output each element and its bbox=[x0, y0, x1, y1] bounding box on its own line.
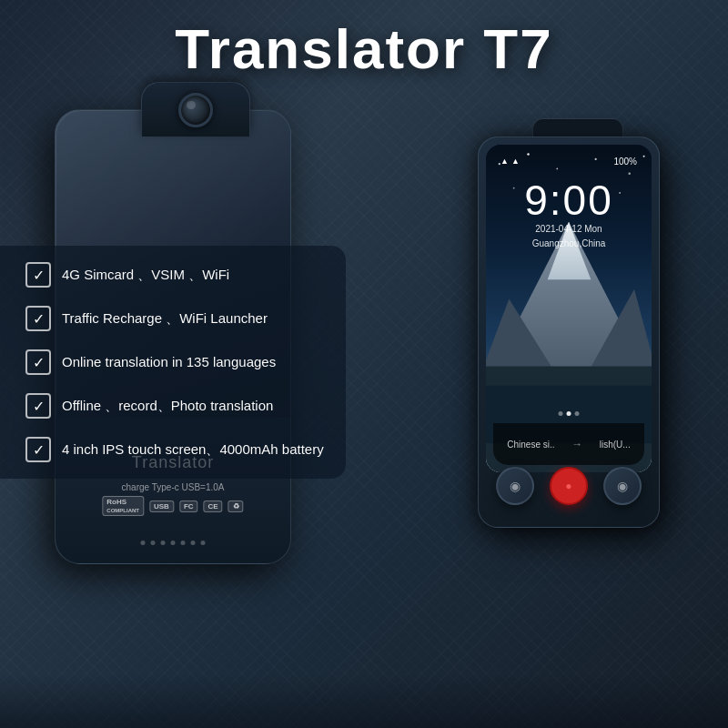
camera-button-icon: ◉ bbox=[510, 479, 521, 493]
time-display: 9:00 2021-04-12 Mon Guangzhou,China bbox=[486, 179, 652, 250]
device-buttons: ◉ ● ◉ bbox=[479, 445, 659, 527]
speaker-dot bbox=[191, 541, 196, 545]
device-screen[interactable]: ▲ ▲ 100% 9:00 2021-04-12 Mon Guangzhou,C… bbox=[486, 145, 652, 472]
battery-status: 100% bbox=[613, 157, 637, 167]
speaker-dot bbox=[171, 541, 176, 545]
feature-item: ✓ 4 inch IPS touch screen、4000mAh batter… bbox=[25, 437, 324, 462]
signal-icon: ▲ bbox=[511, 157, 520, 166]
date-line2: Guangzhou,China bbox=[486, 238, 652, 250]
feature-item: ✓ Online translation in 135 languages bbox=[25, 349, 324, 375]
feature-item: ✓ Traffic Recharge 、WiFi Launcher bbox=[25, 306, 324, 331]
page-title: Translator T7 bbox=[0, 16, 728, 81]
bottom-overlay bbox=[0, 673, 728, 728]
record-button-icon: ● bbox=[565, 480, 571, 492]
speaker-dot bbox=[181, 541, 186, 545]
speaker-dot bbox=[161, 541, 166, 545]
speaker-dot bbox=[201, 541, 206, 545]
dot-1 bbox=[559, 411, 563, 416]
feature-text-3: Online translation in 135 languages bbox=[62, 353, 276, 371]
dot-2 bbox=[567, 411, 571, 416]
device-front-body: ▲ ▲ 100% 9:00 2021-04-12 Mon Guangzhou,C… bbox=[478, 136, 660, 528]
status-left: ▲ ▲ bbox=[500, 157, 520, 166]
feature-item: ✓ 4G Simcard 、VSIM 、WiFi bbox=[25, 262, 324, 288]
record-button[interactable]: ● bbox=[550, 467, 588, 505]
check-icon-1: ✓ bbox=[25, 262, 51, 288]
charge-info: charge Type-c USB=1.0A bbox=[122, 482, 225, 492]
screen-dots bbox=[559, 411, 580, 416]
cert-recycling: ♻ bbox=[228, 500, 244, 512]
feature-text-1: 4G Simcard 、VSIM 、WiFi bbox=[62, 266, 229, 284]
cert-fc: FC bbox=[179, 500, 198, 512]
cert-usb: USB bbox=[149, 500, 174, 512]
cert-badges: RoHSCOMPLIANT USB FC CE ♻ bbox=[102, 496, 243, 516]
page-background: Translator T7 Translator charge Type-c U… bbox=[0, 0, 728, 728]
features-panel: ✓ 4G Simcard 、VSIM 、WiFi ✓ Traffic Recha… bbox=[0, 246, 346, 479]
speaker-dots bbox=[141, 541, 206, 545]
dot-3 bbox=[575, 411, 580, 416]
svg-point-11 bbox=[628, 172, 631, 175]
camera-bump bbox=[141, 82, 250, 136]
check-icon-5: ✓ bbox=[25, 437, 51, 462]
check-icon-3: ✓ bbox=[25, 349, 51, 375]
cert-rohs: RoHSCOMPLIANT bbox=[102, 496, 144, 516]
check-icon-4: ✓ bbox=[25, 393, 51, 419]
date-line1: 2021-04-12 Mon bbox=[486, 223, 652, 236]
status-bar: ▲ ▲ 100% bbox=[493, 152, 644, 170]
speaker-dot bbox=[141, 541, 146, 545]
feature-text-5: 4 inch IPS touch screen、4000mAh battery bbox=[62, 440, 324, 459]
wifi-icon: ▲ bbox=[500, 157, 509, 166]
feature-text-2: Traffic Recharge 、WiFi Launcher bbox=[62, 309, 268, 328]
mic-button-icon: ◉ bbox=[617, 479, 628, 493]
check-icon-2: ✓ bbox=[25, 306, 51, 331]
feature-text-4: Offline 、record、Photo translation bbox=[62, 397, 273, 415]
speaker-dot bbox=[151, 541, 156, 545]
time-label: 9:00 bbox=[486, 179, 652, 221]
camera-lens bbox=[178, 93, 213, 127]
camera-button[interactable]: ◉ bbox=[496, 467, 534, 505]
feature-item: ✓ Offline 、record、Photo translation bbox=[25, 393, 324, 419]
device-front-view: ▲ ▲ 100% 9:00 2021-04-12 Mon Guangzhou,C… bbox=[478, 136, 678, 619]
cert-ce: CE bbox=[204, 500, 223, 512]
mic-button[interactable]: ◉ bbox=[603, 467, 642, 505]
